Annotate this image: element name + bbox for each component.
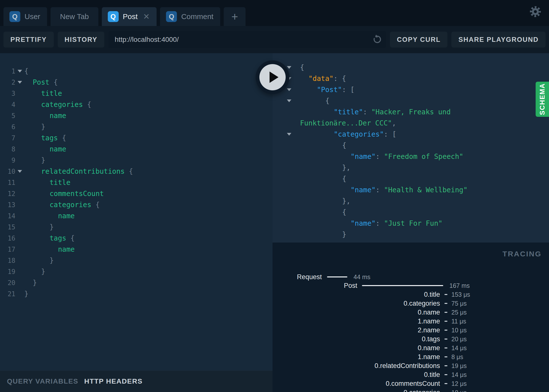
share-playground-button[interactable]: SHARE PLAYGROUND bbox=[451, 32, 546, 48]
query-line[interactable]: 18} bbox=[0, 255, 273, 266]
query-line[interactable]: 6} bbox=[0, 121, 273, 132]
tracing-panel: TRACING Request44 msPost167 ms0.title153… bbox=[273, 243, 549, 392]
code-text: } bbox=[24, 155, 45, 166]
query-type-badge: Q bbox=[9, 11, 20, 22]
tracing-row-time: 14 μs bbox=[451, 371, 467, 378]
endpoint-url-bar bbox=[108, 31, 386, 48]
settings-gear-icon[interactable] bbox=[529, 5, 542, 18]
endpoint-url-input[interactable] bbox=[108, 31, 386, 48]
response-line: "Post": [ bbox=[273, 84, 549, 95]
query-line[interactable]: 11title bbox=[0, 177, 273, 188]
tracing-row: 0.name14 μs bbox=[273, 343, 549, 352]
response-line: }, bbox=[273, 196, 549, 207]
query-line[interactable]: 14name bbox=[0, 210, 273, 221]
tracing-row: 0.tags20 μs bbox=[273, 335, 549, 343]
query-line[interactable]: 13categories { bbox=[0, 199, 273, 210]
copy-curl-button[interactable]: COPY CURL bbox=[390, 32, 448, 48]
code-text: categories { bbox=[24, 199, 100, 210]
code-text: title bbox=[24, 88, 62, 99]
query-line[interactable]: 20} bbox=[0, 277, 273, 288]
query-line[interactable]: 8name bbox=[0, 144, 273, 155]
fold-arrow-icon[interactable] bbox=[15, 81, 24, 84]
tracing-row-label: 0.name bbox=[418, 344, 440, 352]
line-number: 4 bbox=[0, 101, 15, 108]
code-text: title bbox=[24, 177, 70, 188]
fold-arrow-icon[interactable] bbox=[15, 170, 24, 173]
prettify-button[interactable]: PRETTIFY bbox=[3, 32, 54, 48]
line-number: 12 bbox=[0, 190, 15, 197]
query-line[interactable]: 5name bbox=[0, 110, 273, 121]
tracing-row-label: 0.title bbox=[424, 291, 440, 298]
code-text: tags { bbox=[24, 233, 75, 244]
code-text: relatedContributions { bbox=[24, 166, 133, 177]
tab-comment[interactable]: QComment bbox=[160, 7, 220, 26]
fold-gutter bbox=[273, 240, 300, 243]
query-line[interactable]: 10relatedContributions { bbox=[0, 166, 273, 177]
line-number: 14 bbox=[0, 212, 15, 220]
tracing-row-time: 20 μs bbox=[451, 336, 467, 343]
query-line[interactable]: 16tags { bbox=[0, 233, 273, 244]
query-line[interactable]: 4categories { bbox=[0, 99, 273, 110]
response-line: } bbox=[273, 229, 549, 240]
tracing-row-label: 0.tags bbox=[422, 335, 440, 343]
query-line[interactable]: 19} bbox=[0, 266, 273, 277]
line-number: 7 bbox=[0, 134, 15, 142]
code-text: name bbox=[24, 244, 75, 255]
reload-schema-icon[interactable] bbox=[371, 34, 382, 45]
tab-new-tab[interactable]: New Tab bbox=[51, 7, 98, 26]
code-text: commentsCount bbox=[24, 188, 104, 199]
response-pane: {"data": {"Post": [{"title": "Hacker, Fr… bbox=[273, 53, 549, 243]
http-headers-tab[interactable]: HTTP HEADERS bbox=[84, 377, 142, 385]
tab-post[interactable]: QPost✕ bbox=[102, 7, 157, 26]
response-line: ] bbox=[273, 240, 549, 243]
line-number: 15 bbox=[0, 223, 15, 231]
graphql-playground: QUserNew TabQPost✕QComment+ PRETTIFY HIS… bbox=[0, 0, 549, 392]
query-line[interactable]: 17name bbox=[0, 244, 273, 255]
execute-query-button[interactable] bbox=[256, 60, 289, 94]
code-text: "name": "Freedom of Speech" bbox=[300, 151, 463, 162]
fold-gutter bbox=[273, 184, 300, 196]
code-text: } bbox=[24, 266, 45, 277]
new-tab-button[interactable]: + bbox=[224, 7, 246, 26]
tracing-row: 0.categories18 μs bbox=[273, 388, 549, 392]
line-number: 20 bbox=[0, 279, 15, 287]
query-line[interactable]: 15} bbox=[0, 221, 273, 233]
tracing-duration-bar bbox=[327, 276, 347, 277]
close-tab-icon[interactable]: ✕ bbox=[143, 13, 150, 21]
code-text: name bbox=[24, 144, 66, 155]
response-line: "data": { bbox=[273, 73, 549, 84]
query-line[interactable]: 12commentsCount bbox=[0, 188, 273, 199]
query-line[interactable]: 7tags { bbox=[0, 132, 273, 144]
fold-arrow-icon[interactable] bbox=[273, 95, 300, 106]
query-line[interactable]: 2Post { bbox=[0, 77, 273, 88]
history-button[interactable]: HISTORY bbox=[58, 32, 105, 48]
query-line[interactable]: 3title bbox=[0, 88, 273, 99]
fold-arrow-icon[interactable] bbox=[273, 129, 300, 140]
schema-side-tab[interactable]: SCHEMA bbox=[536, 82, 549, 117]
code-text: name bbox=[24, 210, 75, 221]
query-editor[interactable]: 1{2Post {3title4categories {5name6}7tags… bbox=[0, 53, 273, 370]
line-number: 19 bbox=[0, 268, 15, 275]
toolbar: PRETTIFY HISTORY COPY CURL SHARE PLAYGRO… bbox=[0, 26, 549, 53]
query-line[interactable]: 9} bbox=[0, 155, 273, 166]
code-text: } bbox=[24, 221, 54, 233]
tracing-row: 1.name11 μs bbox=[273, 317, 549, 326]
tracing-duration-dash bbox=[444, 294, 447, 295]
line-number: 16 bbox=[0, 235, 15, 242]
code-text: Post { bbox=[24, 77, 58, 88]
line-number: 6 bbox=[0, 123, 15, 131]
fold-arrow-icon[interactable] bbox=[15, 70, 24, 73]
tracing-row-label: 1.name bbox=[418, 353, 440, 361]
code-text: "title": "Hacker, Freaks und bbox=[300, 106, 451, 118]
tracing-row: 0.title14 μs bbox=[273, 370, 549, 379]
code-text: Funktionäre...Der CCC", bbox=[300, 118, 396, 129]
code-text: }, bbox=[300, 196, 351, 207]
query-line[interactable]: 1{ bbox=[0, 66, 273, 77]
query-variables-tab[interactable]: QUERY VARIABLES bbox=[7, 377, 78, 385]
tracing-duration-dash bbox=[444, 303, 447, 304]
tracing-row-label: 2.name bbox=[418, 326, 440, 334]
tab-user[interactable]: QUser bbox=[3, 7, 47, 26]
tab-list: QUserNew TabQPost✕QComment+ bbox=[3, 7, 246, 26]
query-line[interactable]: 21} bbox=[0, 288, 273, 299]
tracing-duration-dash bbox=[444, 347, 447, 348]
